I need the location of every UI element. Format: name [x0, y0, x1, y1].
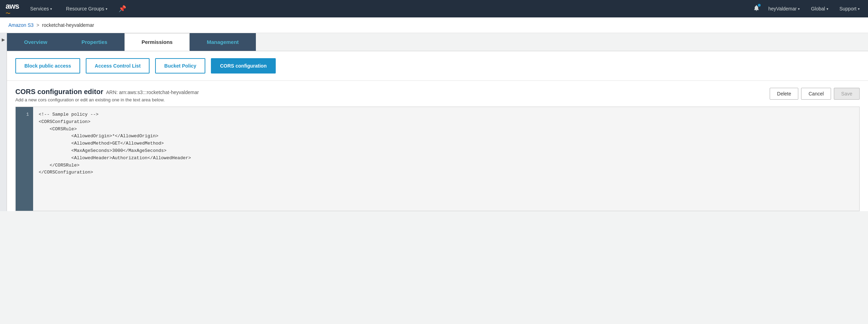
- line-number-1: 1: [20, 111, 29, 118]
- sub-tab-block-public-access[interactable]: Block public access: [15, 58, 80, 74]
- sub-tab-cors[interactable]: CORS configuration: [211, 58, 276, 74]
- sidebar-arrow-icon: ▶: [2, 37, 5, 42]
- user-label: heyValdemar: [768, 6, 797, 11]
- main-content: Overview Properties Permissions Manageme…: [7, 33, 868, 211]
- editor-header: CORS configuration editor ARN: arn:aws:s…: [15, 88, 860, 102]
- sidebar-toggle-btn[interactable]: ▶: [0, 33, 7, 211]
- line-numbers: 1: [16, 107, 33, 211]
- save-button[interactable]: Save: [834, 88, 860, 100]
- breadcrumb-current: rocketchat-heyvaldemar: [42, 22, 94, 28]
- arn-label: ARN:: [106, 90, 117, 95]
- user-menu[interactable]: heyValdemar ▾: [766, 5, 802, 13]
- notifications-bell[interactable]: [753, 5, 760, 13]
- services-label: Services: [30, 6, 49, 11]
- services-menu[interactable]: Services ▾: [28, 5, 55, 13]
- top-navigation: aws 〜 Services ▾ Resource Groups ▾ 📌 hey…: [0, 0, 868, 17]
- tab-management[interactable]: Management: [190, 33, 256, 51]
- aws-smile-icon: 〜: [6, 11, 19, 16]
- editor-subtitle: Add a new cors configuration or edit an …: [15, 97, 199, 102]
- region-label: Global: [811, 6, 825, 11]
- tab-permissions-label: Permissions: [142, 39, 173, 45]
- delete-button[interactable]: Delete: [770, 88, 798, 100]
- editor-title-block: CORS configuration editor ARN: arn:aws:s…: [15, 88, 199, 102]
- breadcrumb: Amazon S3 > rocketchat-heyvaldemar: [0, 17, 868, 33]
- code-editor[interactable]: 1 <!-- Sample policy --> <CORSConfigurat…: [15, 107, 860, 211]
- resource-groups-menu[interactable]: Resource Groups ▾: [63, 5, 110, 13]
- aws-logo-text: aws: [6, 2, 19, 10]
- tab-properties[interactable]: Properties: [64, 33, 124, 51]
- breadcrumb-separator: >: [36, 22, 39, 28]
- aws-logo[interactable]: aws 〜: [6, 2, 19, 16]
- notification-dot: [758, 4, 761, 7]
- tabs-bar: Overview Properties Permissions Manageme…: [7, 33, 868, 51]
- support-label: Support: [839, 6, 856, 11]
- region-chevron-icon: ▾: [827, 7, 828, 11]
- tab-overview[interactable]: Overview: [7, 33, 64, 51]
- resource-groups-label: Resource Groups: [66, 6, 104, 11]
- sub-tab-bucket-policy[interactable]: Bucket Policy: [155, 58, 205, 74]
- arn-value: arn:aws:s3:::rocketchat-heyvaldemar: [119, 90, 199, 95]
- nav-right: heyValdemar ▾ Global ▾ Support ▾: [753, 5, 862, 13]
- breadcrumb-link-s3[interactable]: Amazon S3: [8, 22, 33, 28]
- nav-left: aws 〜 Services ▾ Resource Groups ▾ 📌: [6, 2, 126, 16]
- editor-arn: ARN: arn:aws:s3:::rocketchat-heyvaldemar: [106, 90, 199, 95]
- support-menu[interactable]: Support ▾: [837, 5, 862, 13]
- support-chevron-icon: ▾: [858, 7, 860, 11]
- cors-editor-section: CORS configuration editor ARN: arn:aws:s…: [7, 81, 868, 211]
- user-chevron-icon: ▾: [798, 7, 800, 11]
- main-layout: ▶ Overview Properties Permissions Manage…: [0, 33, 868, 211]
- region-menu[interactable]: Global ▾: [808, 5, 831, 13]
- sub-tab-acl[interactable]: Access Control List: [86, 58, 150, 74]
- tab-management-label: Management: [207, 39, 239, 45]
- pin-icon[interactable]: 📌: [119, 5, 126, 13]
- editor-actions: Delete Cancel Save: [770, 88, 860, 100]
- tab-overview-label: Overview: [24, 39, 47, 45]
- cancel-button[interactable]: Cancel: [801, 88, 831, 100]
- editor-title: CORS configuration editor ARN: arn:aws:s…: [15, 88, 199, 96]
- editor-title-text: CORS configuration editor: [15, 88, 103, 96]
- tab-permissions[interactable]: Permissions: [124, 33, 190, 51]
- code-content[interactable]: <!-- Sample policy --> <CORSConfiguratio…: [33, 107, 859, 211]
- services-chevron-icon: ▾: [50, 7, 52, 11]
- resource-groups-chevron-icon: ▾: [106, 7, 107, 11]
- sub-tabs-bar: Block public access Access Control List …: [7, 51, 868, 81]
- tab-properties-label: Properties: [82, 39, 107, 45]
